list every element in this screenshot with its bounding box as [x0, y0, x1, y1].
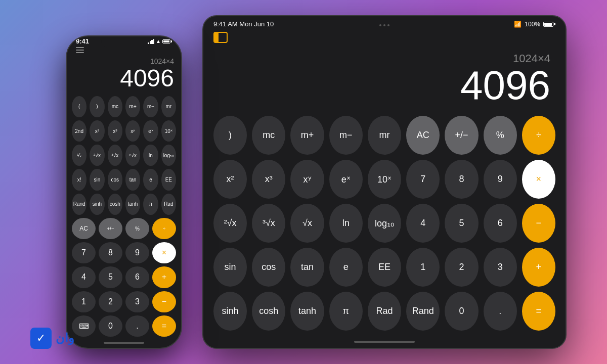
ip-2[interactable]: 2 [99, 291, 122, 312]
btn-3[interactable]: 3 [484, 248, 517, 287]
btn-percent[interactable]: % [484, 116, 517, 155]
ip-pi[interactable]: π [143, 194, 158, 215]
btn-equals[interactable]: = [522, 292, 555, 331]
btn-6[interactable]: 6 [484, 204, 517, 243]
ip-ee[interactable]: EE [161, 169, 176, 190]
ip-3[interactable]: 3 [125, 291, 149, 312]
ip-5[interactable]: 5 [99, 266, 122, 288]
btn-4[interactable]: 4 [406, 204, 440, 243]
btn-5[interactable]: 5 [445, 204, 478, 243]
ip-6[interactable]: 6 [125, 266, 149, 288]
sidebar-toggle-icon[interactable] [213, 32, 228, 43]
ip-0[interactable]: 0 [99, 315, 122, 337]
ip-plus[interactable]: + [152, 266, 176, 288]
ip-x2[interactable]: x² [90, 120, 104, 142]
ip-10x[interactable]: 10ˣ [161, 120, 176, 142]
ip-close-paren[interactable]: ) [90, 96, 104, 117]
btn-mc[interactable]: mc [252, 116, 285, 155]
ip-percent[interactable]: % [125, 218, 149, 239]
ip-8[interactable]: 8 [99, 242, 122, 263]
ip-7[interactable]: 7 [72, 242, 96, 263]
btn-cosh[interactable]: cosh [252, 292, 285, 331]
btn-0[interactable]: 0 [445, 292, 478, 331]
btn-multiply[interactable]: × [522, 160, 555, 199]
btn-minus[interactable]: − [522, 204, 555, 243]
ip-mplus[interactable]: m+ [125, 96, 140, 117]
ipad-row-3: ²√x ³√x √x ln log₁₀ 4 5 6 − [213, 204, 555, 243]
ip-dot[interactable]: . [125, 315, 149, 337]
btn-9[interactable]: 9 [484, 160, 517, 199]
ip-ex[interactable]: eˣ [143, 120, 158, 142]
btn-10x[interactable]: 10ˣ [368, 160, 401, 199]
btn-ee[interactable]: EE [368, 248, 401, 287]
btn-3rtx[interactable]: ³√x [252, 204, 285, 243]
btn-log10[interactable]: log₁₀ [368, 204, 401, 243]
btn-rtx[interactable]: √x [290, 204, 324, 243]
btn-rand[interactable]: Rand [406, 292, 440, 331]
ipad-buttons: ) mc m+ m− mr AC +/− % ÷ x² x³ xʸ eˣ 10ˣ… [203, 111, 566, 341]
btn-cos[interactable]: cos [252, 248, 285, 287]
ip-multiply[interactable]: × [152, 242, 176, 263]
ip-1[interactable]: 1 [72, 291, 96, 312]
ip-log10[interactable]: log₁₀ [161, 145, 176, 166]
btn-tan[interactable]: tan [290, 248, 324, 287]
ip-x3[interactable]: x³ [108, 120, 122, 142]
ip-cosh[interactable]: cosh [108, 194, 122, 215]
btn-mminus[interactable]: m− [329, 116, 363, 155]
ip-2nd[interactable]: 2nd [72, 120, 86, 142]
ip-sinh[interactable]: sinh [90, 194, 104, 215]
ip-minus[interactable]: − [152, 291, 176, 312]
btn-xy[interactable]: xʸ [290, 160, 324, 199]
ip-ln[interactable]: ln [143, 145, 158, 166]
ip-e[interactable]: e [143, 169, 158, 190]
btn-dot[interactable]: . [484, 292, 517, 331]
ip-ac[interactable]: AC [72, 218, 96, 239]
btn-mr[interactable]: mr [368, 116, 401, 155]
btn-2rtx[interactable]: ²√x [213, 204, 247, 243]
ip-cos[interactable]: cos [108, 169, 122, 190]
ip-9[interactable]: 9 [125, 242, 149, 263]
btn-1[interactable]: 1 [406, 248, 440, 287]
ip-open-paren[interactable]: ( [72, 96, 86, 117]
btn-mplus[interactable]: m+ [290, 116, 324, 155]
btn-ex[interactable]: eˣ [329, 160, 363, 199]
btn-close-paren[interactable]: ) [213, 116, 247, 155]
ip-rand[interactable]: Rand [72, 194, 86, 215]
btn-sinh[interactable]: sinh [213, 292, 247, 331]
btn-7[interactable]: 7 [406, 160, 440, 199]
btn-tanh[interactable]: tanh [290, 292, 324, 331]
ip-mc[interactable]: mc [108, 96, 122, 117]
ip-tan[interactable]: tan [125, 169, 140, 190]
btn-e[interactable]: e [329, 248, 363, 287]
hamburger-icon[interactable] [76, 47, 172, 53]
ip-mminus[interactable]: m− [143, 96, 158, 117]
btn-sin[interactable]: sin [213, 248, 247, 287]
ip-plusminus[interactable]: +/− [99, 218, 122, 239]
ip-sin[interactable]: sin [90, 169, 104, 190]
ip-2rtx[interactable]: ²√x [90, 145, 104, 166]
ip-mr[interactable]: mr [161, 96, 176, 117]
ip-xy[interactable]: xʸ [125, 120, 140, 142]
iphone-battery-icon [162, 39, 172, 43]
ip-xfact[interactable]: x! [72, 169, 86, 190]
btn-ac[interactable]: AC [406, 116, 440, 155]
ip-rad[interactable]: Rad [161, 194, 176, 215]
btn-8[interactable]: 8 [445, 160, 478, 199]
btn-plusminus[interactable]: +/− [445, 116, 478, 155]
ip-yrtx[interactable]: ʸ√x [125, 145, 140, 166]
btn-ln[interactable]: ln [329, 204, 363, 243]
ip-equals[interactable]: = [152, 315, 176, 337]
btn-x2[interactable]: x² [213, 160, 247, 199]
ip-3rtx[interactable]: ³√x [108, 145, 122, 166]
btn-pi[interactable]: π [329, 292, 363, 331]
ip-tanh[interactable]: tanh [125, 194, 140, 215]
btn-rad[interactable]: Rad [368, 292, 401, 331]
btn-2[interactable]: 2 [445, 248, 478, 287]
ip-1x[interactable]: ¹⁄ₓ [72, 145, 86, 166]
btn-plus[interactable]: + [522, 248, 555, 287]
ip-4[interactable]: 4 [72, 266, 96, 288]
ip-keypad[interactable]: ⌨ [72, 315, 96, 337]
ip-divide[interactable]: ÷ [152, 218, 176, 239]
btn-x3[interactable]: x³ [252, 160, 285, 199]
btn-divide[interactable]: ÷ [522, 116, 555, 155]
